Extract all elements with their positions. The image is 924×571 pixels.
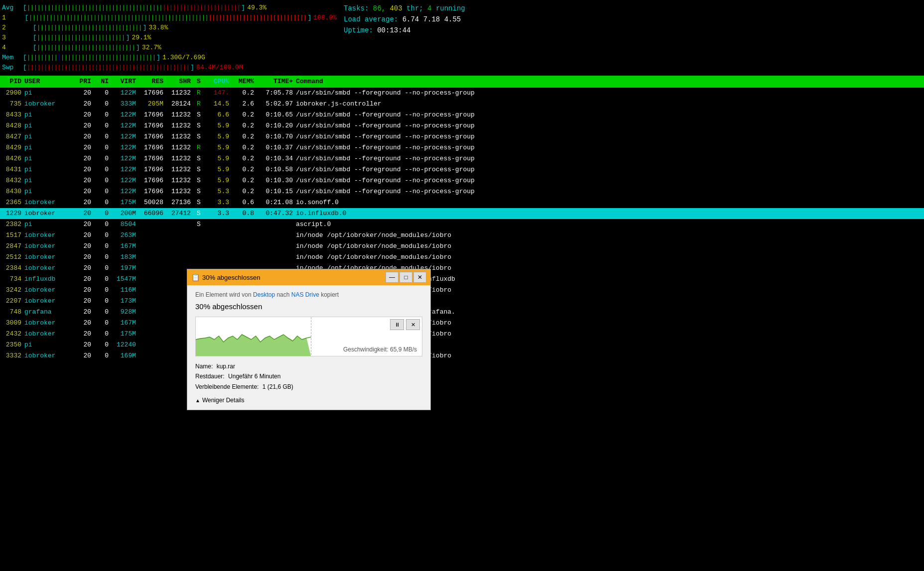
cell-pid: 3332 xyxy=(2,350,24,361)
cell-res xyxy=(139,285,166,296)
cell-s: R xyxy=(194,88,204,99)
table-row[interactable]: 2365 iobroker 20 0 175M 50028 27136 S 3.… xyxy=(0,197,924,208)
cell-mem: 0.6 xyxy=(231,197,256,208)
header-ni: NI xyxy=(94,76,112,88)
cell-cmd: /usr/sbin/smbd --foreground --no-process… xyxy=(296,164,922,175)
process-rows: 2900 pi 20 0 122M 17696 11232 R 147. 0.2… xyxy=(0,88,924,361)
progress-cancel-button[interactable]: ✕ xyxy=(406,319,420,330)
name-label: Name: xyxy=(195,363,213,370)
cell-mem xyxy=(231,219,256,230)
table-row[interactable]: 3009 iobroker 20 0 167M in/node /opt/iob… xyxy=(0,318,924,329)
cell-user: pi xyxy=(24,88,74,99)
cell-shr: 11232 xyxy=(166,153,194,164)
time-label: Restdauer: xyxy=(195,373,225,380)
cell-user: iobroker xyxy=(24,296,74,307)
cell-s: S xyxy=(194,208,204,219)
cpu1-bracket-left: [ xyxy=(25,13,29,23)
table-row[interactable]: 8433 pi 20 0 122M 17696 11232 S 6.6 0.2 … xyxy=(0,110,924,120)
subtitle-from-link[interactable]: Desktop xyxy=(253,291,275,298)
restore-button[interactable]: □ xyxy=(399,272,412,283)
table-row[interactable]: 2207 iobroker 20 0 173M g.0 xyxy=(0,296,924,307)
table-row[interactable]: 2384 iobroker 20 0 197M in/node /opt/iob… xyxy=(0,263,924,274)
cpu3-bracket-right: ] xyxy=(126,33,130,43)
cell-pid: 8430 xyxy=(2,186,24,197)
copy-dialog[interactable]: 📋 30% abgeschlossen — □ ✕ Ein Element wi… xyxy=(187,269,431,410)
cell-cmd: in/node /opt/iobroker/node_modules/iobro xyxy=(296,230,922,241)
cpu2-label: 2 xyxy=(2,23,23,33)
cell-pri: 20 xyxy=(74,263,94,274)
close-button[interactable]: ✕ xyxy=(413,272,426,283)
items-value: 1 (21,6 GB) xyxy=(263,383,293,390)
cell-res: 66096 xyxy=(139,208,166,219)
cell-virt: 116M xyxy=(112,285,139,296)
table-row[interactable]: 8432 pi 20 0 122M 17696 11232 S 5.9 0.2 … xyxy=(0,175,924,186)
table-row[interactable]: 3242 iobroker 20 0 116M in/node /opt/iob… xyxy=(0,285,924,296)
cell-pid: 748 xyxy=(2,307,24,318)
dialog-titlebar-buttons[interactable]: — □ ✕ xyxy=(386,272,426,283)
table-row[interactable]: 2382 pi 20 0 8504 S ascript.0 xyxy=(0,219,924,230)
mem-bar-row: Mem [ ||||||||| | ||||||||||||||||||||||… xyxy=(2,53,337,63)
cell-res: 17696 xyxy=(139,175,166,186)
cell-pid: 2512 xyxy=(2,252,24,263)
table-row[interactable]: 8430 pi 20 0 122M 17696 11232 S 5.3 0.2 … xyxy=(0,186,924,197)
cell-pid: 2900 xyxy=(2,88,24,99)
minimize-button[interactable]: — xyxy=(386,272,398,283)
cell-s: S xyxy=(194,186,204,197)
subtitle-to-link[interactable]: NAS Drive xyxy=(291,291,319,298)
cell-s: R xyxy=(194,142,204,153)
cell-time: 0:10.20 xyxy=(256,120,296,131)
process-table: PID USER PRI NI VIRT RES SHR S CPU% MEM%… xyxy=(0,76,924,361)
cell-ni: 0 xyxy=(94,230,112,241)
cell-s xyxy=(194,252,204,263)
table-row[interactable]: 2512 iobroker 20 0 183M in/node /opt/iob… xyxy=(0,252,924,263)
table-row[interactable]: 734 influxdb 20 0 1547M in/influxd -conf… xyxy=(0,274,924,285)
table-row[interactable]: 2847 iobroker 20 0 167M in/node /opt/iob… xyxy=(0,241,924,252)
table-row[interactable]: 2900 pi 20 0 122M 17696 11232 R 147. 0.2… xyxy=(0,88,924,99)
table-row[interactable]: 2350 pi 20 0 12240 pi@pts/0 xyxy=(0,340,924,350)
table-row[interactable]: 1229 iobroker 20 0 200M 66096 27412 S 3.… xyxy=(0,208,924,219)
table-row[interactable]: 748 grafana 20 0 928M bin/grafana-server… xyxy=(0,307,924,318)
table-row[interactable]: 1517 iobroker 20 0 263M in/node /opt/iob… xyxy=(0,230,924,241)
cpu2-bar-green: ||||||||||||||||||||||||||||||| xyxy=(37,23,142,33)
cell-virt: 122M xyxy=(112,88,139,99)
cell-pri: 20 xyxy=(74,197,94,208)
table-row[interactable]: 735 iobroker 20 0 333M 205M 28124 R 14.5… xyxy=(0,99,924,110)
less-details-row[interactable]: ▲ Weniger Details xyxy=(195,397,422,404)
cell-cpu: 14.5 xyxy=(204,99,231,110)
avg-bracket-right: ] xyxy=(241,3,245,13)
table-row[interactable]: 8431 pi 20 0 122M 17696 11232 S 5.9 0.2 … xyxy=(0,164,924,175)
progress-bar-controls[interactable]: ⏸ ✕ xyxy=(390,319,420,330)
cell-cpu: 5.9 xyxy=(204,164,231,175)
table-row[interactable]: 8428 pi 20 0 122M 17696 11232 S 5.9 0.2 … xyxy=(0,120,924,131)
cell-s xyxy=(194,241,204,252)
uptime-value: 00:13:44 xyxy=(377,26,410,34)
pause-button[interactable]: ⏸ xyxy=(390,319,404,330)
cell-res xyxy=(139,329,166,340)
cell-s: S xyxy=(194,110,204,120)
dialog-details: Name: kup.rar Restdauer: Ungefähr 6 Minu… xyxy=(195,361,422,392)
table-row[interactable]: 8426 pi 20 0 122M 17696 11232 S 5.9 0.2 … xyxy=(0,153,924,164)
cell-pri: 20 xyxy=(74,131,94,142)
cell-res xyxy=(139,252,166,263)
mem-bar-green: ||||||||| xyxy=(27,53,57,63)
cpu2-bar-row: 2 [ ||||||||||||||||||||||||||||||| ] 33… xyxy=(2,23,337,33)
cell-pid: 8427 xyxy=(2,131,24,142)
cell-res xyxy=(139,219,166,230)
cell-virt: 175M xyxy=(112,329,139,340)
table-row[interactable]: 2432 iobroker 20 0 175M in/node /opt/iob… xyxy=(0,329,924,340)
cell-user: iobroker xyxy=(24,241,74,252)
cell-pri: 20 xyxy=(74,329,94,340)
cell-pid: 2365 xyxy=(2,197,24,208)
table-row[interactable]: 8427 pi 20 0 122M 17696 11232 S 5.9 0.2 … xyxy=(0,131,924,142)
swp-label: Swp xyxy=(2,63,23,73)
cell-virt: 173M xyxy=(112,296,139,307)
table-row[interactable]: 3332 iobroker 20 0 169M in/node /opt/iob… xyxy=(0,350,924,361)
cell-cmd: /usr/sbin/smbd --foreground --no-process… xyxy=(296,88,922,99)
cell-res: 17696 xyxy=(139,110,166,120)
cell-pid: 8428 xyxy=(2,120,24,131)
cell-user: iobroker xyxy=(24,230,74,241)
cell-pid: 8431 xyxy=(2,164,24,175)
cell-pri: 20 xyxy=(74,175,94,186)
load-5: 7.18 xyxy=(423,15,440,23)
table-row[interactable]: 8429 pi 20 0 122M 17696 11232 R 5.9 0.2 … xyxy=(0,142,924,153)
